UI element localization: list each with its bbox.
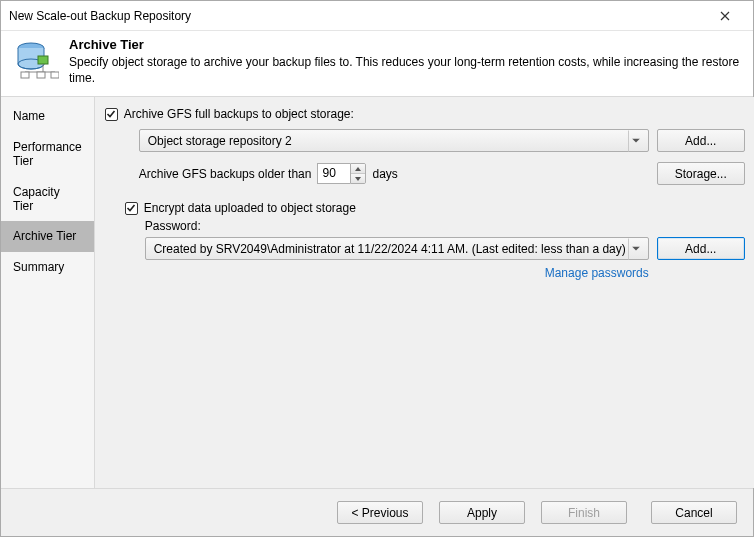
header-title: Archive Tier (69, 37, 741, 52)
content-panel: Archive GFS full backups to object stora… (95, 97, 754, 488)
finish-button: Finish (541, 501, 627, 524)
header-panel: Archive Tier Specify object storage to a… (1, 31, 753, 97)
repository-select-value: Object storage repository 2 (148, 134, 292, 148)
close-button[interactable] (705, 2, 745, 30)
encrypt-checkbox[interactable] (125, 202, 138, 215)
chevron-down-icon (628, 238, 644, 259)
titlebar: New Scale-out Backup Repository (1, 1, 753, 31)
check-icon (126, 203, 136, 213)
archive-checkbox-label[interactable]: Archive GFS full backups to object stora… (124, 107, 354, 121)
older-than-spinbox[interactable]: 90 (317, 163, 366, 184)
archive-checkbox[interactable] (105, 108, 118, 121)
older-than-suffix: days (372, 167, 397, 181)
svg-rect-2 (38, 56, 48, 64)
svg-rect-5 (21, 72, 29, 78)
storage-button[interactable]: Storage... (657, 162, 745, 185)
header-subtitle: Specify object storage to archive your b… (69, 54, 741, 86)
password-select-value: Created by SRV2049\Administrator at 11/2… (154, 242, 626, 256)
svg-rect-7 (51, 72, 59, 78)
repository-select[interactable]: Object storage repository 2 (139, 129, 649, 152)
chevron-down-icon (628, 130, 644, 151)
sidebar-item-capacity-tier[interactable]: Capacity Tier (1, 177, 94, 222)
previous-button[interactable]: < Previous (337, 501, 423, 524)
sidebar-item-summary[interactable]: Summary (1, 252, 94, 282)
older-than-prefix: Archive GFS backups older than (139, 167, 312, 181)
password-label: Password: (145, 219, 201, 233)
dialog-window: New Scale-out Backup Repository Archive … (0, 0, 754, 537)
sidebar-item-archive-tier[interactable]: Archive Tier (1, 221, 94, 251)
footer-buttons: < Previous Apply Finish Cancel (1, 488, 753, 536)
spinbox-up[interactable] (351, 164, 365, 174)
older-than-value[interactable]: 90 (317, 163, 350, 184)
password-select[interactable]: Created by SRV2049\Administrator at 11/2… (145, 237, 649, 260)
encrypt-checkbox-label[interactable]: Encrypt data uploaded to object storage (144, 201, 356, 215)
window-title: New Scale-out Backup Repository (9, 9, 705, 23)
spinbox-down[interactable] (351, 174, 365, 183)
close-icon (720, 11, 730, 21)
wizard-sidebar: Name Performance Tier Capacity Tier Arch… (1, 97, 95, 488)
manage-passwords-link[interactable]: Manage passwords (545, 266, 649, 280)
sidebar-item-name[interactable]: Name (1, 101, 94, 131)
check-icon (106, 109, 116, 119)
repository-icon (13, 39, 59, 85)
sidebar-item-performance-tier[interactable]: Performance Tier (1, 132, 94, 177)
arrow-up-icon (355, 167, 361, 171)
cancel-button[interactable]: Cancel (651, 501, 737, 524)
arrow-down-icon (355, 177, 361, 181)
add-password-button[interactable]: Add... (657, 237, 745, 260)
apply-button[interactable]: Apply (439, 501, 525, 524)
header-icon (13, 37, 63, 86)
svg-rect-6 (37, 72, 45, 78)
add-repository-button[interactable]: Add... (657, 129, 745, 152)
